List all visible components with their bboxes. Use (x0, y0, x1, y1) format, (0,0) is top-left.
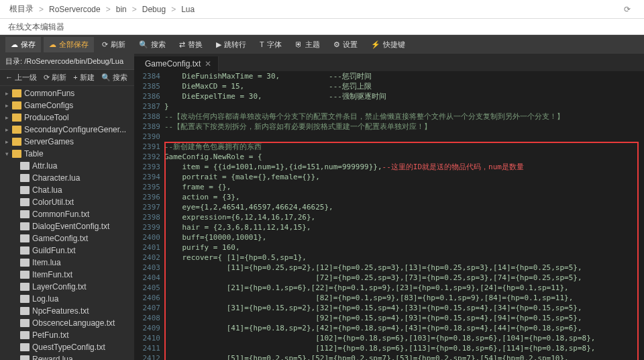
breadcrumb-item[interactable]: Lua (181, 5, 195, 14)
file-icon (20, 319, 30, 327)
file-icon (20, 295, 30, 303)
close-icon[interactable]: ✕ (205, 59, 211, 69)
jump-button[interactable]: ▶ 跳转行 (211, 37, 252, 52)
sidebar: 目录: /RoServercode/bin/Debug/Lua ← 上一级 ⟳ … (0, 54, 134, 360)
file-icon (20, 355, 30, 360)
line-gutter: 2384238523862387238823892390239123922393… (134, 71, 164, 360)
folder-icon (12, 101, 21, 109)
code-area[interactable]: 2384238523862387238823892390239123922393… (134, 71, 644, 360)
file-item[interactable]: Reward.lua (0, 353, 134, 360)
folder-icon (12, 114, 21, 122)
file-icon (20, 198, 30, 206)
folder-item[interactable]: ▸ServerGames (0, 136, 134, 148)
page-title: 在线文本编辑器 (0, 19, 644, 35)
breadcrumb-item[interactable]: RoServercode (49, 5, 101, 14)
tab-bar: GameConfig.txt ✕ (134, 54, 644, 71)
file-item[interactable]: Log.lua (0, 293, 134, 305)
breadcrumb-item[interactable]: bin (116, 5, 127, 14)
file-icon (20, 246, 30, 255)
file-icon (20, 343, 30, 351)
folder-icon (12, 150, 21, 158)
file-icon (20, 174, 30, 182)
file-icon (20, 259, 30, 267)
file-item[interactable]: CommonFun.txt (0, 208, 134, 220)
refresh-dir-button[interactable]: ⟳ 刷新 (44, 73, 66, 83)
search-button[interactable]: 🔍 搜索 (133, 37, 171, 52)
file-item[interactable]: Item.lua (0, 257, 134, 269)
sidebar-header: 目录: /RoServercode/bin/Debug/Lua (0, 54, 134, 70)
theme-button[interactable]: ⛨ 主题 (290, 37, 325, 52)
folder-icon (12, 138, 21, 146)
file-icon (20, 234, 30, 242)
folder-item[interactable]: ▾Table (0, 148, 134, 160)
file-item[interactable]: Chat.lua (0, 184, 134, 196)
replace-button[interactable]: ⇄ 替换 (174, 37, 208, 52)
file-icon (20, 186, 30, 194)
tab-gameconfig[interactable]: GameConfig.txt ✕ (134, 56, 219, 71)
file-icon (20, 162, 30, 170)
file-tree: ▸CommonFuns▸GameConfigs▸ProduceTool▸Seco… (0, 86, 134, 360)
file-item[interactable]: QuestTypeConfig.txt (0, 341, 134, 353)
font-button[interactable]: T 字体 (254, 37, 287, 52)
editor: GameConfig.txt ✕ 23842385238623872388238… (134, 54, 644, 360)
file-icon (20, 271, 30, 279)
breadcrumb-item[interactable]: Debug (142, 5, 166, 14)
folder-icon (12, 89, 21, 97)
file-icon (20, 331, 30, 339)
folder-item[interactable]: ▸ProduceTool (0, 111, 134, 124)
folder-item[interactable]: ▸SecondaryConfigureGener... (0, 124, 134, 136)
code-content[interactable]: DieFunishMaxTime = 30, ---惩罚时间 DieMaxCD … (164, 71, 644, 360)
settings-button[interactable]: ⚙ 设置 (328, 37, 363, 52)
sidebar-tools: ← 上一级 ⟳ 刷新 + 新建 🔍 搜索 (0, 70, 134, 86)
file-item[interactable]: Attr.lua (0, 160, 134, 172)
file-icon (20, 222, 30, 230)
file-item[interactable]: PetFun.txt (0, 329, 134, 341)
refresh-icon[interactable]: ⟳ (620, 3, 635, 15)
refresh-button[interactable]: ⟳ 刷新 (97, 37, 131, 52)
file-item[interactable]: GuildFun.txt (0, 244, 134, 257)
file-icon (20, 210, 30, 218)
breadcrumb-item[interactable]: 根目录 (9, 3, 34, 15)
breadcrumb: 根目录>RoServercode>bin>Debug>Lua⟳ (0, 0, 644, 19)
file-item[interactable]: ColorUtil.txt (0, 196, 134, 208)
file-item[interactable]: LayerConfig.txt (0, 281, 134, 293)
file-icon (20, 307, 30, 315)
file-item[interactable]: Character.lua (0, 172, 134, 184)
folder-icon (12, 126, 21, 134)
file-item[interactable]: DialogEventConfig.txt (0, 220, 134, 232)
folder-item[interactable]: ▸CommonFuns (0, 87, 134, 99)
shortcut-button[interactable]: ⚡ 快捷键 (366, 37, 411, 52)
new-file-button[interactable]: + 新建 (73, 73, 94, 83)
up-button[interactable]: ← 上一级 (5, 73, 37, 83)
file-icon (20, 283, 30, 291)
search-file-button[interactable]: 🔍 搜索 (101, 73, 127, 83)
file-item[interactable]: ItemFun.txt (0, 269, 134, 281)
file-item[interactable]: ObscenceLanguage.txt (0, 317, 134, 329)
save-all-button[interactable]: ☁ 全部保存 (44, 37, 94, 52)
folder-item[interactable]: ▸GameConfigs (0, 99, 134, 111)
file-item[interactable]: GameConfig.txt (0, 232, 134, 244)
toolbar: ☁ 保存 ☁ 全部保存 ⟳ 刷新 🔍 搜索 ⇄ 替换 ▶ 跳转行 T 字体 ⛨ … (0, 35, 644, 54)
save-button[interactable]: ☁ 保存 (5, 37, 41, 52)
file-item[interactable]: NpcFeatures.txt (0, 305, 134, 317)
